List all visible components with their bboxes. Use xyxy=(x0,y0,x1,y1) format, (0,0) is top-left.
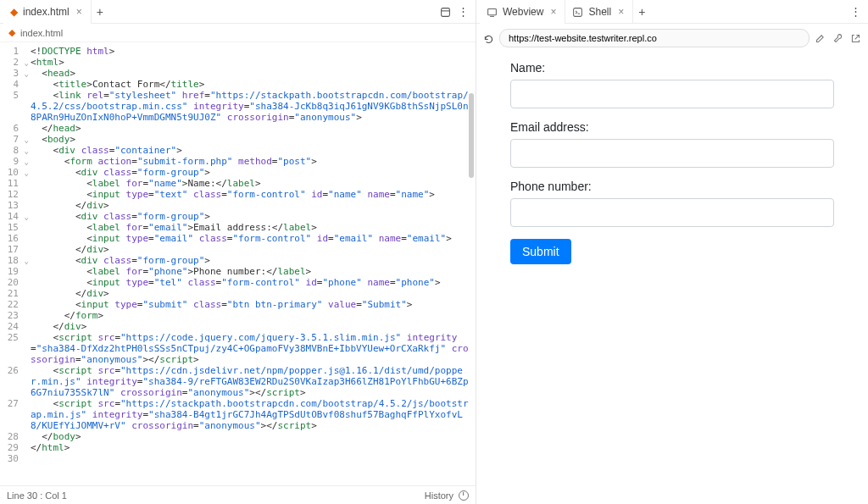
code-line[interactable]: <label for="email">Email address:</label… xyxy=(31,222,472,233)
line-number[interactable]: 28 xyxy=(0,431,20,442)
fold-icon[interactable]: ⌄ xyxy=(25,168,29,179)
code-line[interactable]: </div> xyxy=(31,244,472,255)
line-number[interactable]: 25 xyxy=(0,332,20,365)
code-line[interactable]: <label for="name">Name:</label> xyxy=(31,178,472,189)
more-icon[interactable]: ⋮ xyxy=(458,5,469,18)
code-line[interactable]: </body> xyxy=(31,431,472,442)
code-line[interactable]: <div class="form-group"> xyxy=(31,255,472,266)
tools-pane: Webview × Shell × + ⋮ xyxy=(476,0,868,504)
devtools-icon[interactable] xyxy=(832,32,843,44)
line-number[interactable]: 5 xyxy=(0,90,20,123)
edit-icon[interactable] xyxy=(815,32,826,44)
scrollbar-track[interactable] xyxy=(467,42,476,485)
phone-field[interactable] xyxy=(510,198,834,227)
line-number[interactable]: 12 xyxy=(0,189,20,200)
code-line[interactable]: <div class="form-group"> xyxy=(31,211,472,222)
new-tab-button[interactable]: + xyxy=(633,5,650,19)
code-line[interactable]: <div class="form-group"> xyxy=(31,167,472,178)
code-line[interactable]: <html> xyxy=(31,57,472,68)
fold-icon[interactable]: ⌄ xyxy=(25,58,29,69)
fold-icon[interactable]: ⌄ xyxy=(25,157,29,168)
html-file-icon: ◆ xyxy=(8,27,15,38)
line-number[interactable]: 23 xyxy=(0,310,20,321)
line-number[interactable]: 4 xyxy=(0,79,20,90)
line-number[interactable]: 29 xyxy=(0,442,20,453)
line-number[interactable]: 22 xyxy=(0,299,20,310)
line-number[interactable]: 30 xyxy=(0,453,20,464)
code-line[interactable]: <input type="email" class="form-control"… xyxy=(31,233,472,244)
code-line[interactable]: <input type="tel" class="form-control" i… xyxy=(31,277,472,288)
scrollbar-thumb[interactable] xyxy=(469,93,474,178)
close-icon[interactable]: × xyxy=(75,6,84,18)
line-number[interactable]: 1 xyxy=(0,46,20,57)
line-number[interactable]: 16 xyxy=(0,233,20,244)
code-line[interactable]: <script src="https://cdn.jsdelivr.net/np… xyxy=(31,365,472,398)
name-label: Name: xyxy=(510,61,834,75)
line-number[interactable]: 18⌄ xyxy=(0,255,20,266)
line-number[interactable]: 17 xyxy=(0,244,20,255)
code-line[interactable]: </head> xyxy=(31,123,472,134)
fold-icon[interactable]: ⌄ xyxy=(25,69,29,80)
code-line[interactable]: <link rel="stylesheet" href="https://sta… xyxy=(31,90,472,123)
line-number[interactable]: 13 xyxy=(0,200,20,211)
line-number[interactable]: 2⌄ xyxy=(0,57,20,68)
code-line[interactable]: <div class="container"> xyxy=(31,145,472,156)
code-line[interactable]: <input type="text" class="form-control" … xyxy=(31,189,472,200)
line-number[interactable]: 7⌄ xyxy=(0,134,20,145)
tab-webview[interactable]: Webview × xyxy=(480,0,565,24)
new-tab-button[interactable]: + xyxy=(92,5,108,19)
code-editor[interactable]: 12⌄3⌄4567⌄8⌄9⌄10⌄11121314⌄15161718⌄19202… xyxy=(0,42,476,485)
code-line[interactable]: <script src="https://stackpath.bootstrap… xyxy=(31,398,472,431)
close-icon[interactable]: × xyxy=(548,6,558,18)
code-line[interactable]: <!DOCTYPE html> xyxy=(31,46,472,57)
fold-icon[interactable]: ⌄ xyxy=(25,146,29,157)
line-number[interactable]: 21 xyxy=(0,288,20,299)
code-line[interactable]: <script src="https://code.jquery.com/jqu… xyxy=(31,332,472,365)
reload-icon[interactable] xyxy=(483,31,494,44)
history-label[interactable]: History xyxy=(425,490,453,501)
code-line[interactable]: </html> xyxy=(31,442,472,453)
url-input[interactable] xyxy=(499,29,810,47)
line-number[interactable]: 14⌄ xyxy=(0,211,20,222)
line-number[interactable]: 3⌄ xyxy=(0,68,20,79)
line-number[interactable]: 15 xyxy=(0,222,20,233)
code-line[interactable]: <head> xyxy=(31,68,472,79)
history-icon[interactable] xyxy=(459,490,469,501)
line-number[interactable]: 6 xyxy=(0,123,20,134)
code-line[interactable]: </div> xyxy=(31,321,472,332)
breadcrumb: ◆ index.html xyxy=(0,24,476,42)
line-number[interactable]: 10⌄ xyxy=(0,167,20,178)
fold-icon[interactable]: ⌄ xyxy=(25,212,29,223)
code-line[interactable]: </form> xyxy=(31,310,472,321)
line-number[interactable]: 19 xyxy=(0,266,20,277)
code-line[interactable]: <input type="submit" class="btn btn-prim… xyxy=(31,299,472,310)
fold-icon[interactable]: ⌄ xyxy=(25,256,29,267)
code-line[interactable]: <label for="phone">Phone number:</label> xyxy=(31,266,472,277)
line-number[interactable]: 8⌄ xyxy=(0,145,20,156)
line-number[interactable]: 9⌄ xyxy=(0,156,20,167)
layout-icon[interactable] xyxy=(440,5,451,18)
more-icon[interactable]: ⋮ xyxy=(850,5,861,18)
fold-icon[interactable]: ⌄ xyxy=(25,135,29,146)
open-external-icon[interactable] xyxy=(850,32,861,44)
close-icon[interactable]: × xyxy=(616,6,626,18)
line-number[interactable]: 20 xyxy=(0,277,20,288)
tab-shell[interactable]: Shell × xyxy=(565,0,633,24)
line-number[interactable]: 24 xyxy=(0,321,20,332)
submit-button[interactable]: Submit xyxy=(510,239,571,264)
code-line[interactable]: <title>Contact Form</title> xyxy=(31,79,472,90)
code-line[interactable] xyxy=(31,453,472,464)
line-number[interactable]: 26 xyxy=(0,365,20,398)
code-line[interactable]: <form action="submit-form.php" method="p… xyxy=(31,156,472,167)
line-number[interactable]: 11 xyxy=(0,178,20,189)
email-field[interactable] xyxy=(510,139,834,168)
line-number[interactable]: 27 xyxy=(0,398,20,431)
tab-index-html[interactable]: ◆ index.html × xyxy=(3,0,92,24)
urlbar xyxy=(476,24,868,53)
code-line[interactable]: </div> xyxy=(31,200,472,211)
code-line[interactable]: </div> xyxy=(31,288,472,299)
editor-tabbar: ◆ index.html × + ⋮ xyxy=(0,0,476,24)
name-field[interactable] xyxy=(510,80,834,108)
svg-rect-2 xyxy=(488,8,497,14)
code-line[interactable]: <body> xyxy=(31,134,472,145)
